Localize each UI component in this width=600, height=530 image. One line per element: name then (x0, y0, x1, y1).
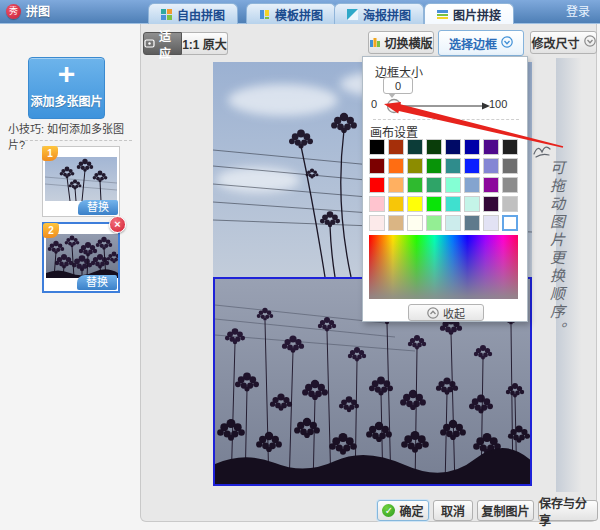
tab-label: 海报拼图 (363, 6, 411, 23)
fit-icon (144, 38, 155, 49)
color-swatch[interactable] (483, 139, 499, 155)
thumbnail-card-2[interactable]: 2 × 替换 (42, 222, 120, 293)
thumbnail-card-1[interactable]: 1 替换 (42, 146, 120, 217)
cancel-label: 取消 (441, 502, 465, 519)
copy-image-label: 复制图片 (481, 502, 529, 519)
chevron-down-icon (584, 35, 596, 50)
color-swatch[interactable] (426, 177, 442, 193)
collage-app-window: 秀 拼图 自由拼图 模板拼图 海报拼图 图片拼接 登录 (0, 0, 600, 530)
color-swatch[interactable] (388, 158, 404, 174)
color-swatch-grid (369, 139, 522, 231)
color-swatch[interactable] (483, 158, 499, 174)
original-size-label: 1:1 原大 (182, 35, 227, 52)
check-icon: ✓ (382, 504, 395, 517)
color-swatch[interactable] (483, 177, 499, 193)
color-swatch[interactable] (445, 158, 461, 174)
canvas-settings-label: 画布设置 (370, 123, 418, 140)
collapse-button[interactable]: 收起 (408, 304, 484, 321)
color-swatch[interactable] (369, 139, 385, 155)
panel-divider (373, 119, 519, 120)
resize-label: 修改尺寸 (531, 34, 579, 51)
slider-min-label: 0 (371, 98, 377, 110)
color-swatch[interactable] (464, 196, 480, 212)
poster-collage-icon (347, 9, 358, 20)
add-multiple-images-button[interactable]: + 添加多张图片 (28, 57, 105, 119)
border-size-input[interactable]: 0 (383, 77, 413, 94)
columns-icon (369, 37, 380, 48)
color-swatch[interactable] (388, 215, 404, 231)
color-swatch[interactable] (483, 196, 499, 212)
resize-button[interactable]: 修改尺寸 (530, 31, 597, 54)
fit-view-button[interactable]: 适应 (143, 32, 182, 55)
color-swatch[interactable] (464, 139, 480, 155)
collapse-label: 收起 (443, 305, 465, 321)
thumbnail-image-2 (46, 234, 118, 278)
tab-label: 模板拼图 (275, 6, 323, 23)
color-swatch[interactable] (407, 177, 423, 193)
color-swatch[interactable] (388, 196, 404, 212)
header-bar: 秀 拼图 自由拼图 模板拼图 海报拼图 图片拼接 登录 (0, 0, 600, 24)
color-swatch[interactable] (388, 177, 404, 193)
color-swatch[interactable] (407, 215, 423, 231)
color-swatch[interactable] (426, 196, 442, 212)
handwritten-note: 可拖动图片更换顺序。 (546, 160, 567, 360)
thumbnail-image-1 (45, 157, 117, 201)
tab-photo-stitch[interactable]: 图片拼接 (424, 3, 514, 24)
slider-max-label: 100 (489, 98, 507, 110)
color-swatch[interactable] (464, 158, 480, 174)
tab-label: 自由拼图 (177, 6, 225, 23)
replace-button[interactable]: 替换 (77, 275, 117, 290)
color-swatch[interactable] (483, 215, 499, 231)
color-swatch[interactable] (502, 196, 518, 212)
select-border-button[interactable]: 选择边框 (438, 30, 524, 56)
chevron-up-icon (427, 307, 439, 319)
color-swatch[interactable] (369, 158, 385, 174)
fit-label: 适应 (159, 27, 181, 61)
color-swatch[interactable] (426, 215, 442, 231)
photo-stitch-icon (437, 9, 448, 20)
color-swatch[interactable] (369, 177, 385, 193)
copy-image-button[interactable]: 复制图片 (477, 500, 534, 521)
replace-button[interactable]: 替换 (78, 200, 118, 215)
color-swatch[interactable] (369, 196, 385, 212)
color-swatch[interactable] (464, 215, 480, 231)
color-swatch[interactable] (426, 158, 442, 174)
confirm-button[interactable]: ✓ 确定 (377, 500, 429, 521)
color-swatch[interactable] (445, 177, 461, 193)
tab-free-collage[interactable]: 自由拼图 (148, 3, 238, 24)
app-logo-title: 拼图 (26, 0, 50, 24)
select-border-label: 选择边框 (449, 35, 497, 52)
color-swatch[interactable] (502, 215, 518, 231)
color-swatch[interactable] (502, 158, 518, 174)
color-swatch[interactable] (445, 139, 461, 155)
color-swatch[interactable] (426, 139, 442, 155)
original-size-button[interactable]: 1:1 原大 (182, 32, 228, 55)
color-swatch[interactable] (445, 215, 461, 231)
color-swatch[interactable] (407, 196, 423, 212)
free-collage-icon (161, 9, 172, 20)
color-swatch[interactable] (502, 139, 518, 155)
color-swatch[interactable] (407, 139, 423, 155)
chevron-down-icon (501, 36, 513, 51)
color-swatch[interactable] (388, 139, 404, 155)
color-swatch[interactable] (464, 177, 480, 193)
color-gradient-picker[interactable] (369, 235, 518, 299)
add-button-label: 添加多张图片 (29, 92, 104, 109)
cancel-button[interactable]: 取消 (433, 500, 473, 521)
plus-icon: + (29, 58, 104, 90)
color-swatch[interactable] (445, 196, 461, 212)
color-swatch[interactable] (407, 158, 423, 174)
switch-horizontal-label: 切换横版 (384, 34, 432, 51)
save-share-button[interactable]: 保存与分享 (538, 500, 598, 521)
login-link[interactable]: 登录 (566, 0, 590, 24)
tab-template-collage[interactable]: 模板拼图 (246, 3, 336, 24)
switch-horizontal-button[interactable]: 切换横版 (368, 31, 434, 54)
template-collage-icon (259, 9, 270, 20)
color-swatch[interactable] (369, 215, 385, 231)
tab-poster-collage[interactable]: 海报拼图 (334, 3, 424, 24)
save-share-label: 保存与分享 (539, 494, 597, 528)
color-swatch[interactable] (502, 177, 518, 193)
app-logo-icon: 秀 (6, 4, 21, 19)
sidebar-divider (20, 140, 132, 141)
remove-image-icon[interactable]: × (109, 216, 126, 233)
